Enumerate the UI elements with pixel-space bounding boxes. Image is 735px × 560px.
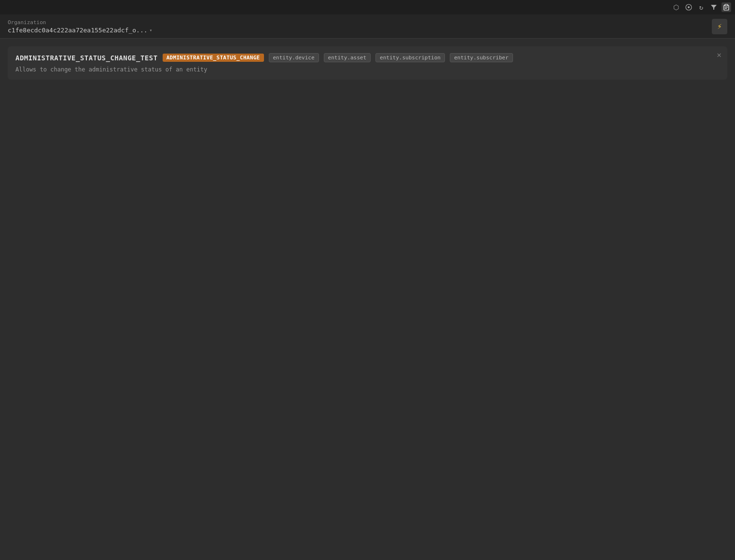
tag-entity-subscriber: entity.subscriber [450, 53, 513, 62]
event-title: ADMINISTRATIVE_STATUS_CHANGE_TEST [15, 54, 158, 62]
event-card-header: ADMINISTRATIVE_STATUS_CHANGE_TEST ADMINI… [15, 53, 720, 62]
chat-icon[interactable] [684, 2, 693, 12]
tag-entity-subscription: entity.subscription [375, 53, 445, 62]
lightning-icon[interactable]: ⚡ [712, 19, 727, 34]
org-id-text: c1fe8ecdc0a4c222aa72ea155e22adcf_o... [8, 27, 148, 34]
chevron-down-icon: ▾ [150, 28, 153, 33]
org-value[interactable]: c1fe8ecdc0a4c222aa72ea155e22adcf_o... ▾ [8, 27, 153, 34]
refresh-icon[interactable]: ↻ [696, 2, 706, 12]
tag-entity-asset: entity.asset [324, 53, 371, 62]
clipboard-icon[interactable] [721, 2, 731, 12]
top-bar: ⬡ ↻ [0, 0, 735, 14]
filter-icon[interactable] [709, 2, 719, 12]
event-card: ADMINISTRATIVE_STATUS_CHANGE_TEST ADMINI… [8, 46, 727, 80]
close-button[interactable]: ✕ [717, 51, 721, 59]
svg-rect-4 [725, 4, 728, 6]
event-description: Allows to change the administrative stat… [15, 66, 720, 73]
org-bar: Organization c1fe8ecdc0a4c222aa72ea155e2… [0, 14, 735, 39]
org-label: Organization [8, 19, 153, 26]
main-content: ADMINISTRATIVE_STATUS_CHANGE_TEST ADMINI… [0, 39, 735, 87]
event-type-badge: ADMINISTRATIVE_STATUS_CHANGE [163, 54, 264, 62]
org-bar-right: ⚡ [712, 19, 727, 34]
svg-point-1 [688, 6, 690, 8]
tag-entity-device: entity.device [269, 53, 319, 62]
svg-marker-2 [711, 5, 717, 10]
share-icon[interactable]: ⬡ [671, 2, 681, 12]
org-info: Organization c1fe8ecdc0a4c222aa72ea155e2… [8, 19, 153, 34]
